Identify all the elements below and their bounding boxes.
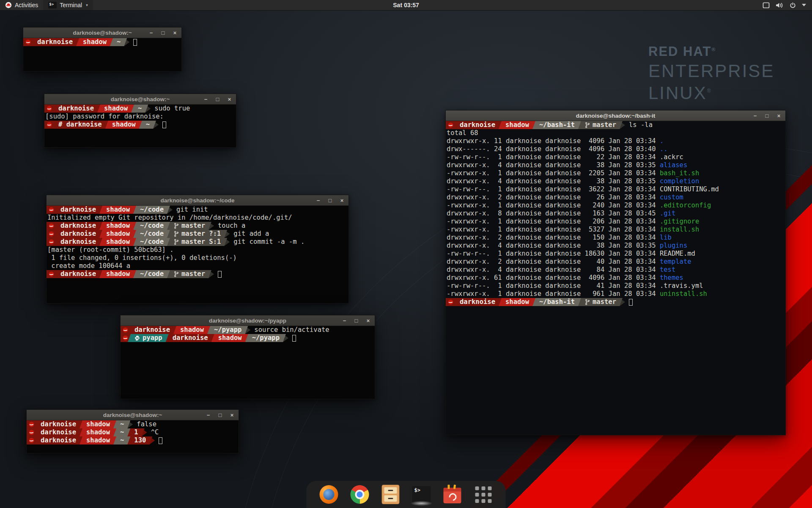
- dock-chrome-icon[interactable]: [350, 485, 370, 504]
- prompt-line: darknoiseshadow~1^C: [27, 428, 239, 436]
- power-icon[interactable]: [790, 2, 796, 8]
- terminal-window-1[interactable]: darknoise@shadow:~−□×darknoiseshadow~: [23, 27, 182, 72]
- command-text: source bin/activate: [254, 326, 329, 334]
- close-button[interactable]: ×: [776, 113, 782, 119]
- redhat-icon: [47, 122, 52, 127]
- minimize-button[interactable]: −: [148, 30, 154, 36]
- ls-row: -rwxrwxr-x. 1 darknoise darknoise 206 Ja…: [446, 218, 785, 226]
- dock-app-grid[interactable]: [474, 485, 493, 504]
- close-button[interactable]: ×: [339, 198, 345, 203]
- maximize-button[interactable]: □: [217, 412, 223, 418]
- command-text: sudo true: [154, 105, 190, 113]
- prompt-segment-user: darknoise: [54, 238, 102, 246]
- minimize-button[interactable]: −: [203, 97, 208, 102]
- minimize-button[interactable]: −: [206, 412, 211, 418]
- maximize-button[interactable]: □: [764, 113, 770, 119]
- prompt-segment-path: ~: [131, 105, 148, 113]
- terminal-cursor: [292, 335, 296, 342]
- redhat-icon: [123, 327, 128, 333]
- window-titlebar[interactable]: darknoise@shadow:~/code−□×: [47, 195, 348, 206]
- ls-row-filename: .git: [660, 210, 675, 217]
- maximize-button[interactable]: □: [215, 97, 220, 102]
- window-titlebar[interactable]: darknoise@shadow:~/bash-it−□×: [446, 110, 785, 121]
- prompt-segment-user: darknoise: [54, 206, 102, 214]
- prompt-line: darknoiseshadow~sudo true: [44, 105, 236, 113]
- terminal-content[interactable]: darknoiseshadow~falsedarknoiseshadow~1^C…: [27, 420, 239, 453]
- prompt-segment-host: shadow: [211, 334, 248, 342]
- maximize-button[interactable]: □: [160, 30, 166, 36]
- ls-row: -rwxrwxr-x. 1 darknoise darknoise 2205 J…: [446, 169, 785, 177]
- minimize-button[interactable]: −: [342, 318, 347, 323]
- close-button[interactable]: ×: [229, 412, 235, 418]
- display-icon[interactable]: [763, 2, 770, 8]
- prompt-segment-host: shadow: [99, 270, 136, 278]
- window-controls: −□×: [203, 94, 232, 104]
- prompt-segment-path: ~/code: [133, 270, 170, 278]
- ls-row-details: -rw-rw-r--. 1 darknoise darknoise 41 Jan…: [447, 282, 660, 290]
- window-titlebar[interactable]: darknoise@shadow:~−□×: [23, 28, 181, 38]
- terminal-content[interactable]: darknoiseshadow~sudo true[sudo] password…: [44, 105, 236, 147]
- ls-row: drwxrwxr-x. 61 darknoise darknoise 4096 …: [446, 274, 785, 282]
- dock-terminal-icon[interactable]: $>: [412, 485, 431, 504]
- minimize-button[interactable]: −: [752, 113, 758, 119]
- top-bar: Activities $> Terminal ▾ Sat 03:57: [0, 0, 812, 11]
- ls-row-details: drwxrwxr-x. 2 darknoise darknoise 150 Ja…: [447, 234, 660, 241]
- prompt-segment-venv: pyapp: [128, 334, 169, 342]
- terminal-window-6[interactable]: darknoise@shadow:~/bash-it−□×darknoisesh…: [445, 110, 786, 435]
- close-button[interactable]: ×: [365, 318, 371, 323]
- terminal-window-2[interactable]: darknoise@shadow:~−□×darknoiseshadow~sud…: [44, 94, 236, 148]
- ls-row-filename: README.md: [660, 250, 695, 257]
- terminal-content[interactable]: darknoiseshadow~: [23, 38, 181, 71]
- window-titlebar[interactable]: darknoise@shadow:~−□×: [44, 94, 236, 105]
- clock[interactable]: Sat 03:57: [393, 2, 419, 8]
- terminal-content[interactable]: darknoiseshadow~/codegit initInitialized…: [47, 206, 348, 303]
- prompt-line: # darknoiseshadow~: [44, 121, 236, 129]
- terminal-cursor: [629, 299, 633, 306]
- prompt-segment-host: shadow: [76, 38, 113, 46]
- close-button[interactable]: ×: [172, 30, 178, 36]
- prompt-segment-branch: master: [167, 270, 211, 278]
- ls-row: -rw-rw-r--. 1 darknoise darknoise 41 Jan…: [446, 282, 785, 290]
- terminal-cursor: [162, 121, 166, 128]
- prompt-segment-user: darknoise: [128, 326, 176, 334]
- terminal-window-5[interactable]: darknoise@shadow:~−□×darknoiseshadow~fal…: [26, 409, 239, 453]
- ls-row-details: drwxrwxr-x. 4 darknoise darknoise 38 Jan…: [447, 242, 660, 249]
- git-branch-icon: [174, 231, 179, 237]
- redhat-icon: [29, 430, 34, 435]
- prompt-line: darknoiseshadow~false: [27, 420, 239, 428]
- ls-row-filename: completion: [660, 177, 699, 185]
- system-tray[interactable]: [759, 0, 809, 10]
- redhat-icon: [448, 299, 453, 305]
- ls-row-details: -rwxrwxr-x. 1 darknoise darknoise 240 Ja…: [447, 202, 660, 209]
- terminal-content[interactable]: darknoiseshadow~/pyappsource bin/activat…: [121, 326, 375, 399]
- ls-row-filename: aliases: [660, 161, 687, 169]
- dock-toolbox-icon[interactable]: [443, 485, 462, 504]
- terminal-content[interactable]: darknoiseshadow~/bash-itmasterls -latota…: [446, 121, 785, 435]
- ls-row-filename: themes: [660, 274, 683, 282]
- prompt-line: darknoiseshadow~130: [27, 436, 239, 444]
- maximize-button[interactable]: □: [327, 198, 333, 203]
- window-titlebar[interactable]: darknoise@shadow:~/pyapp−□×: [121, 315, 375, 326]
- maximize-button[interactable]: □: [354, 318, 359, 323]
- prompt-segment-path: ~/pyapp: [245, 334, 286, 342]
- volume-icon[interactable]: [776, 2, 784, 8]
- dock-files-icon[interactable]: [381, 485, 401, 504]
- prompt-segment-host: shadow: [99, 222, 136, 230]
- terminal-window-4[interactable]: darknoise@shadow:~/pyapp−□×darknoiseshad…: [120, 315, 375, 399]
- window-titlebar[interactable]: darknoise@shadow:~−□×: [27, 410, 239, 420]
- app-menu-terminal[interactable]: $> Terminal ▾: [43, 0, 93, 10]
- prompt-segment-path: ~: [113, 436, 130, 444]
- ls-row-filename: lib: [660, 234, 672, 241]
- prompt-line: pyappdarknoiseshadow~/pyapp: [121, 334, 375, 342]
- activities-button[interactable]: Activities: [0, 0, 43, 10]
- terminal-window-3[interactable]: darknoise@shadow:~/code−□×darknoiseshado…: [46, 195, 349, 304]
- prompt-segment-user: darknoise: [453, 121, 502, 129]
- chevron-down-icon[interactable]: [802, 4, 806, 6]
- ls-row-details: drwxrwxr-x. 4 darknoise darknoise 38 Jan…: [447, 161, 660, 169]
- chrome-icon: [351, 485, 369, 504]
- dock-firefox-icon[interactable]: [319, 485, 339, 504]
- close-button[interactable]: ×: [227, 97, 232, 102]
- prompt-segment-host: shadow: [499, 121, 535, 129]
- ls-row-filename: .: [660, 137, 664, 145]
- minimize-button[interactable]: −: [315, 198, 321, 203]
